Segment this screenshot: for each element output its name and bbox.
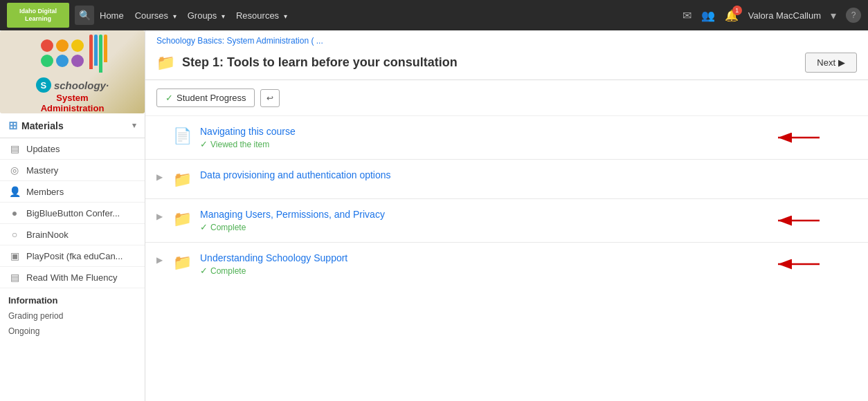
student-progress-bar: ✓ Student Progress ↩ xyxy=(145,80,868,116)
item2-expand[interactable]: ▶ xyxy=(156,172,165,182)
page-header: 📁 Step 1: Tools to learn before your con… xyxy=(145,48,868,80)
search-button[interactable]: 🔍 xyxy=(75,6,94,25)
sidebar-item-members[interactable]: 👤 Members xyxy=(0,181,145,203)
arrow-svg-4 xyxy=(771,257,826,271)
resources-caret: ▾ xyxy=(284,12,287,20)
sidebar-item-brainnook-label: BrainNook xyxy=(26,230,69,240)
course-logo-inner: S schoology· SystemAdministration xyxy=(0,30,145,113)
content-area: Schoology Basics: System Administration … xyxy=(145,30,868,401)
materials-icon: ⊞ xyxy=(8,119,17,132)
item4-content: Understanding Schoology Support ✓ Comple… xyxy=(200,252,857,276)
bigblue-icon: ● xyxy=(8,207,21,218)
item3-status-text: Complete xyxy=(210,223,246,232)
item4-status: ✓ Complete xyxy=(200,265,857,276)
back-arrow-icon: ↩ xyxy=(266,93,273,103)
breadcrumb-link[interactable]: Schoology Basics: System Administration … xyxy=(156,36,323,46)
item1-status: ✓ Viewed the item xyxy=(200,139,857,149)
nav-groups[interactable]: Groups ▾ xyxy=(188,10,225,21)
item1-status-text: Viewed the item xyxy=(210,140,269,149)
progress-check-icon: ✓ xyxy=(165,93,173,103)
nav-right: ✉ 👥 🔔 1 Valora MacCallum ▾ ? xyxy=(682,8,861,23)
item4-title[interactable]: Understanding Schoology Support xyxy=(200,252,347,263)
mastery-icon: ◎ xyxy=(8,165,21,176)
arrow-svg-1 xyxy=(771,131,826,144)
item1-title[interactable]: Navigating this course xyxy=(200,126,296,137)
grading-period-label: Grading period xyxy=(0,308,145,324)
sidebar-item-brainnook[interactable]: ○ BrainNook xyxy=(0,224,145,245)
back-button[interactable]: ↩ xyxy=(260,89,280,107)
red-arrow-3 xyxy=(771,214,826,227)
grading-period-value: Ongoing xyxy=(0,324,145,339)
materials-chevron-icon: ▾ xyxy=(132,121,136,130)
notification-count: 1 xyxy=(732,6,742,15)
updates-icon: ▤ xyxy=(8,143,21,154)
next-arrow-icon: ▶ xyxy=(838,57,845,68)
logo-text: Idaho Digital Learning xyxy=(7,8,69,23)
nav-home[interactable]: Home xyxy=(100,10,124,21)
item3-expand[interactable]: ▶ xyxy=(156,212,165,221)
sidebar-item-members-label: Members xyxy=(26,187,64,197)
student-progress-button[interactable]: ✓ Student Progress xyxy=(156,88,255,107)
search-icon: 🔍 xyxy=(79,10,91,21)
item4-folder-icon: 📁 xyxy=(173,254,192,272)
sidebar-item-bigblue-label: BigBlueButton Confer... xyxy=(26,208,120,218)
sidebar-item-readwithme[interactable]: ▤ Read With Me Fluency xyxy=(0,267,145,288)
item2-content: Data provisioning and authentication opt… xyxy=(200,169,857,180)
next-button[interactable]: Next ▶ xyxy=(805,53,857,73)
help-icon: ? xyxy=(851,10,856,20)
brainnook-icon: ○ xyxy=(8,229,21,240)
sidebar-nav-items: ▤ Updates ◎ Mastery 👤 Members ● BigBlueB… xyxy=(0,138,145,288)
user-chevron-icon[interactable]: ▾ xyxy=(831,9,836,22)
course-item-4: ▶ 📁 Understanding Schoology Support ✓ Co… xyxy=(145,243,868,286)
course-item-1: 📄 Navigating this course ✓ Viewed the it… xyxy=(145,116,868,160)
red-arrow-4 xyxy=(771,257,826,271)
item2-folder-icon: 📁 xyxy=(173,171,192,189)
item3-check-icon: ✓ xyxy=(200,222,208,232)
item3-content: Managing Users, Permissions, and Privacy… xyxy=(200,209,857,232)
item3-folder-icon: 📁 xyxy=(173,210,192,228)
top-navigation: Idaho Digital Learning 🔍 Home Courses ▾ … xyxy=(0,0,868,30)
item1-content: Navigating this course ✓ Viewed the item xyxy=(200,126,857,149)
people-icon[interactable]: 👥 xyxy=(701,9,715,22)
sidebar-item-updates-label: Updates xyxy=(26,144,60,154)
courses-caret: ▾ xyxy=(173,12,177,20)
item4-expand[interactable]: ▶ xyxy=(156,255,165,265)
page-folder-icon: 📁 xyxy=(156,54,175,72)
red-arrow-1 xyxy=(771,131,826,144)
item2-title[interactable]: Data provisioning and authentication opt… xyxy=(200,169,391,180)
item1-check-icon: ✓ xyxy=(200,139,208,149)
course-item-3: ▶ 📁 Managing Users, Permissions, and Pri… xyxy=(145,199,868,243)
item3-status: ✓ Complete xyxy=(200,222,857,232)
sidebar-item-mastery-label: Mastery xyxy=(26,165,58,176)
materials-header[interactable]: ⊞ Materials ▾ xyxy=(0,113,145,138)
logo: Idaho Digital Learning xyxy=(7,3,69,28)
schoology-logo: schoology· xyxy=(54,80,109,91)
breadcrumb[interactable]: Schoology Basics: System Administration … xyxy=(145,30,868,48)
nav-links: Home Courses ▾ Groups ▾ Resources ▾ xyxy=(100,10,677,21)
schoology-s-icon: S xyxy=(36,77,51,93)
main-layout: S schoology· SystemAdministration ⊞ Mate… xyxy=(0,30,868,401)
item1-document-icon: 📄 xyxy=(173,127,192,145)
item4-check-icon: ✓ xyxy=(200,265,208,276)
sidebar-item-updates[interactable]: ▤ Updates xyxy=(0,138,145,160)
arrow-svg-3 xyxy=(771,214,826,227)
notification-badge[interactable]: 🔔 1 xyxy=(725,9,739,22)
course-logo: S schoology· SystemAdministration xyxy=(0,30,145,113)
user-name[interactable]: Valora MacCallum xyxy=(748,10,821,21)
page-title: Step 1: Tools to learn before your consu… xyxy=(182,55,798,70)
item3-title[interactable]: Managing Users, Permissions, and Privacy xyxy=(200,209,385,220)
progress-button-label: Student Progress xyxy=(177,93,246,103)
course-item-2: ▶ 📁 Data provisioning and authentication… xyxy=(145,160,868,199)
help-button[interactable]: ? xyxy=(846,8,861,23)
sidebar-item-playposit[interactable]: ▣ PlayPosit (fka eduCan... xyxy=(0,245,145,267)
groups-caret: ▾ xyxy=(221,12,225,20)
item4-status-text: Complete xyxy=(210,266,246,276)
mail-icon[interactable]: ✉ xyxy=(682,9,691,22)
sidebar-item-bigbluebutton[interactable]: ● BigBlueButton Confer... xyxy=(0,203,145,224)
nav-resources[interactable]: Resources ▾ xyxy=(236,10,287,21)
sidebar-item-mastery[interactable]: ◎ Mastery xyxy=(0,160,145,181)
course-items-list: 📄 Navigating this course ✓ Viewed the it… xyxy=(145,116,868,286)
sidebar-item-readwithme-label: Read With Me Fluency xyxy=(26,272,118,283)
readwithme-icon: ▤ xyxy=(8,272,21,283)
nav-courses[interactable]: Courses ▾ xyxy=(135,10,177,21)
